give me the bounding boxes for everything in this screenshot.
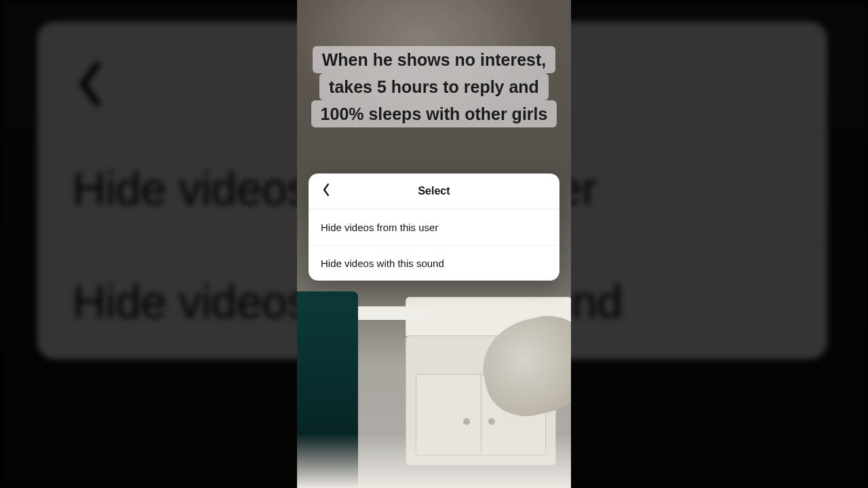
room-floor-fade (297, 434, 571, 488)
select-dialog: Select Hide videos from this user Hide v… (309, 174, 559, 281)
video-caption-text: When he shows no interest, takes 5 hours… (311, 46, 557, 127)
option-label: Hide videos with this sound (321, 258, 444, 269)
chevron-left-icon (75, 62, 106, 108)
back-button[interactable] (318, 183, 334, 199)
option-hide-user[interactable]: Hide videos from this user (309, 209, 559, 245)
chevron-left-icon (321, 182, 331, 200)
room-cabinet-knob (488, 418, 495, 425)
select-dialog-header: Select (309, 174, 559, 209)
select-dialog-title: Select (418, 185, 450, 197)
video-caption: When he shows no interest, takes 5 hours… (309, 46, 559, 127)
option-hide-sound[interactable]: Hide videos with this sound (309, 245, 559, 281)
room-cabinet-knob (463, 418, 470, 425)
option-label: Hide videos from this user (321, 222, 438, 233)
phone-viewport: When he shows no interest, takes 5 hours… (297, 0, 571, 488)
